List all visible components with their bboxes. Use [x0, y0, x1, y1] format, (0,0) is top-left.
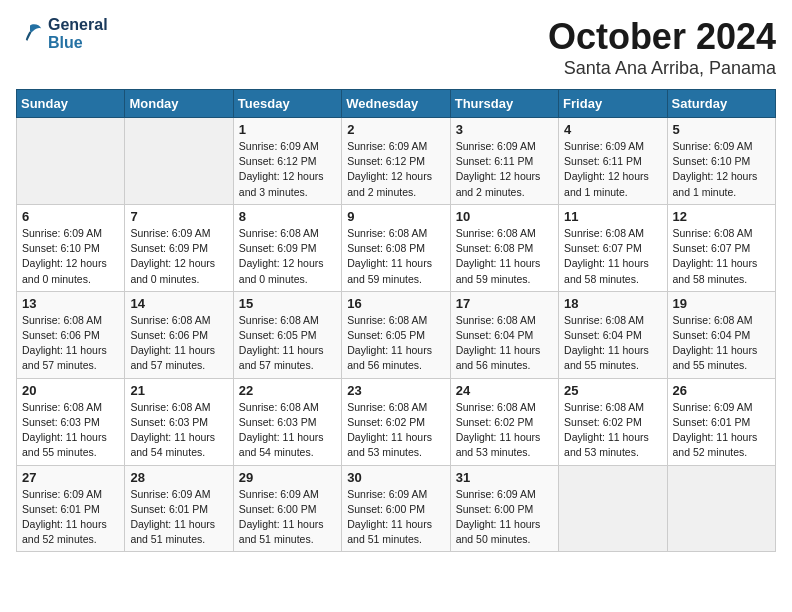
day-info: Sunrise: 6:08 AM Sunset: 6:02 PM Dayligh… [456, 400, 553, 461]
day-info: Sunrise: 6:09 AM Sunset: 6:01 PM Dayligh… [673, 400, 770, 461]
day-number: 14 [130, 296, 227, 311]
calendar-cell: 10Sunrise: 6:08 AM Sunset: 6:08 PM Dayli… [450, 204, 558, 291]
day-info: Sunrise: 6:09 AM Sunset: 6:00 PM Dayligh… [239, 487, 336, 548]
day-info: Sunrise: 6:09 AM Sunset: 6:11 PM Dayligh… [456, 139, 553, 200]
weekday-header-thursday: Thursday [450, 90, 558, 118]
day-info: Sunrise: 6:08 AM Sunset: 6:04 PM Dayligh… [564, 313, 661, 374]
logo-text: General Blue [48, 16, 108, 52]
calendar-cell: 18Sunrise: 6:08 AM Sunset: 6:04 PM Dayli… [559, 291, 667, 378]
day-number: 11 [564, 209, 661, 224]
calendar-cell: 20Sunrise: 6:08 AM Sunset: 6:03 PM Dayli… [17, 378, 125, 465]
day-info: Sunrise: 6:08 AM Sunset: 6:05 PM Dayligh… [347, 313, 444, 374]
calendar-cell: 4Sunrise: 6:09 AM Sunset: 6:11 PM Daylig… [559, 118, 667, 205]
calendar-cell: 31Sunrise: 6:09 AM Sunset: 6:00 PM Dayli… [450, 465, 558, 552]
calendar-cell: 24Sunrise: 6:08 AM Sunset: 6:02 PM Dayli… [450, 378, 558, 465]
day-info: Sunrise: 6:08 AM Sunset: 6:05 PM Dayligh… [239, 313, 336, 374]
calendar-cell: 29Sunrise: 6:09 AM Sunset: 6:00 PM Dayli… [233, 465, 341, 552]
day-number: 29 [239, 470, 336, 485]
day-number: 1 [239, 122, 336, 137]
week-row-1: 1Sunrise: 6:09 AM Sunset: 6:12 PM Daylig… [17, 118, 776, 205]
calendar-cell: 27Sunrise: 6:09 AM Sunset: 6:01 PM Dayli… [17, 465, 125, 552]
calendar-title: October 2024 [548, 16, 776, 58]
logo-icon [16, 20, 44, 48]
calendar-cell: 14Sunrise: 6:08 AM Sunset: 6:06 PM Dayli… [125, 291, 233, 378]
calendar-cell: 6Sunrise: 6:09 AM Sunset: 6:10 PM Daylig… [17, 204, 125, 291]
calendar-cell: 2Sunrise: 6:09 AM Sunset: 6:12 PM Daylig… [342, 118, 450, 205]
day-number: 26 [673, 383, 770, 398]
day-info: Sunrise: 6:08 AM Sunset: 6:06 PM Dayligh… [130, 313, 227, 374]
calendar-cell: 30Sunrise: 6:09 AM Sunset: 6:00 PM Dayli… [342, 465, 450, 552]
week-row-3: 13Sunrise: 6:08 AM Sunset: 6:06 PM Dayli… [17, 291, 776, 378]
day-number: 4 [564, 122, 661, 137]
day-info: Sunrise: 6:08 AM Sunset: 6:07 PM Dayligh… [564, 226, 661, 287]
weekday-header-tuesday: Tuesday [233, 90, 341, 118]
day-info: Sunrise: 6:08 AM Sunset: 6:03 PM Dayligh… [22, 400, 119, 461]
day-info: Sunrise: 6:08 AM Sunset: 6:03 PM Dayligh… [239, 400, 336, 461]
day-number: 3 [456, 122, 553, 137]
calendar-cell [125, 118, 233, 205]
calendar-cell: 22Sunrise: 6:08 AM Sunset: 6:03 PM Dayli… [233, 378, 341, 465]
calendar-table: SundayMondayTuesdayWednesdayThursdayFrid… [16, 89, 776, 552]
weekday-header-friday: Friday [559, 90, 667, 118]
day-info: Sunrise: 6:09 AM Sunset: 6:11 PM Dayligh… [564, 139, 661, 200]
calendar-cell: 16Sunrise: 6:08 AM Sunset: 6:05 PM Dayli… [342, 291, 450, 378]
day-info: Sunrise: 6:09 AM Sunset: 6:01 PM Dayligh… [130, 487, 227, 548]
day-number: 6 [22, 209, 119, 224]
week-row-5: 27Sunrise: 6:09 AM Sunset: 6:01 PM Dayli… [17, 465, 776, 552]
calendar-cell: 7Sunrise: 6:09 AM Sunset: 6:09 PM Daylig… [125, 204, 233, 291]
calendar-cell: 26Sunrise: 6:09 AM Sunset: 6:01 PM Dayli… [667, 378, 775, 465]
day-info: Sunrise: 6:08 AM Sunset: 6:09 PM Dayligh… [239, 226, 336, 287]
calendar-cell: 19Sunrise: 6:08 AM Sunset: 6:04 PM Dayli… [667, 291, 775, 378]
day-info: Sunrise: 6:09 AM Sunset: 6:09 PM Dayligh… [130, 226, 227, 287]
calendar-cell: 13Sunrise: 6:08 AM Sunset: 6:06 PM Dayli… [17, 291, 125, 378]
day-info: Sunrise: 6:08 AM Sunset: 6:02 PM Dayligh… [347, 400, 444, 461]
day-info: Sunrise: 6:09 AM Sunset: 6:10 PM Dayligh… [673, 139, 770, 200]
calendar-cell [667, 465, 775, 552]
day-number: 10 [456, 209, 553, 224]
calendar-cell: 21Sunrise: 6:08 AM Sunset: 6:03 PM Dayli… [125, 378, 233, 465]
weekday-header-wednesday: Wednesday [342, 90, 450, 118]
weekday-header-saturday: Saturday [667, 90, 775, 118]
week-row-4: 20Sunrise: 6:08 AM Sunset: 6:03 PM Dayli… [17, 378, 776, 465]
day-number: 24 [456, 383, 553, 398]
day-number: 28 [130, 470, 227, 485]
day-info: Sunrise: 6:08 AM Sunset: 6:04 PM Dayligh… [673, 313, 770, 374]
calendar-cell: 15Sunrise: 6:08 AM Sunset: 6:05 PM Dayli… [233, 291, 341, 378]
day-info: Sunrise: 6:08 AM Sunset: 6:04 PM Dayligh… [456, 313, 553, 374]
calendar-cell: 1Sunrise: 6:09 AM Sunset: 6:12 PM Daylig… [233, 118, 341, 205]
calendar-cell: 3Sunrise: 6:09 AM Sunset: 6:11 PM Daylig… [450, 118, 558, 205]
day-number: 13 [22, 296, 119, 311]
calendar-cell: 28Sunrise: 6:09 AM Sunset: 6:01 PM Dayli… [125, 465, 233, 552]
day-number: 21 [130, 383, 227, 398]
day-number: 23 [347, 383, 444, 398]
day-number: 30 [347, 470, 444, 485]
day-info: Sunrise: 6:08 AM Sunset: 6:08 PM Dayligh… [456, 226, 553, 287]
calendar-cell: 17Sunrise: 6:08 AM Sunset: 6:04 PM Dayli… [450, 291, 558, 378]
day-info: Sunrise: 6:09 AM Sunset: 6:00 PM Dayligh… [347, 487, 444, 548]
calendar-cell: 11Sunrise: 6:08 AM Sunset: 6:07 PM Dayli… [559, 204, 667, 291]
day-number: 7 [130, 209, 227, 224]
day-number: 22 [239, 383, 336, 398]
day-info: Sunrise: 6:09 AM Sunset: 6:10 PM Dayligh… [22, 226, 119, 287]
day-number: 16 [347, 296, 444, 311]
day-info: Sunrise: 6:08 AM Sunset: 6:06 PM Dayligh… [22, 313, 119, 374]
day-info: Sunrise: 6:08 AM Sunset: 6:08 PM Dayligh… [347, 226, 444, 287]
header: General Blue October 2024 Santa Ana Arri… [16, 16, 776, 79]
day-info: Sunrise: 6:09 AM Sunset: 6:01 PM Dayligh… [22, 487, 119, 548]
day-number: 27 [22, 470, 119, 485]
day-number: 25 [564, 383, 661, 398]
calendar-cell: 9Sunrise: 6:08 AM Sunset: 6:08 PM Daylig… [342, 204, 450, 291]
calendar-cell: 5Sunrise: 6:09 AM Sunset: 6:10 PM Daylig… [667, 118, 775, 205]
day-number: 2 [347, 122, 444, 137]
weekday-header-row: SundayMondayTuesdayWednesdayThursdayFrid… [17, 90, 776, 118]
day-number: 9 [347, 209, 444, 224]
day-number: 15 [239, 296, 336, 311]
calendar-cell: 25Sunrise: 6:08 AM Sunset: 6:02 PM Dayli… [559, 378, 667, 465]
day-info: Sunrise: 6:08 AM Sunset: 6:07 PM Dayligh… [673, 226, 770, 287]
weekday-header-sunday: Sunday [17, 90, 125, 118]
day-number: 20 [22, 383, 119, 398]
day-number: 18 [564, 296, 661, 311]
day-number: 31 [456, 470, 553, 485]
day-info: Sunrise: 6:09 AM Sunset: 6:12 PM Dayligh… [347, 139, 444, 200]
title-area: October 2024 Santa Ana Arriba, Panama [548, 16, 776, 79]
